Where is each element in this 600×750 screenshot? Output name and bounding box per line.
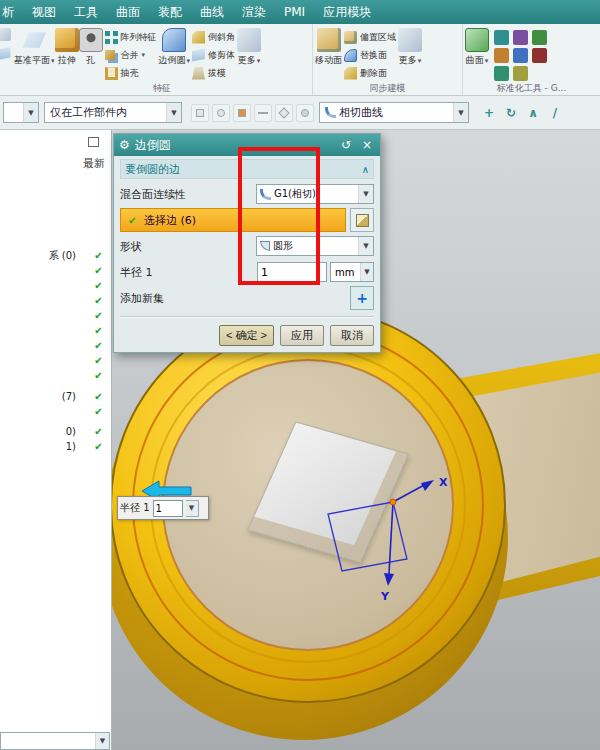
ok-button[interactable]: < 确定 > bbox=[219, 325, 274, 346]
navigator-row[interactable]: ✔ bbox=[0, 293, 111, 308]
menu-item-view[interactable]: 视图 bbox=[23, 0, 65, 24]
gc-toolbox-icon[interactable] bbox=[532, 30, 547, 45]
trim-body-button[interactable]: 修剪体 bbox=[190, 46, 237, 64]
navigator-column-header[interactable]: 最新 bbox=[83, 156, 105, 171]
unit-select[interactable]: mm ▼ bbox=[330, 262, 374, 282]
check-icon[interactable]: ✔ bbox=[92, 295, 105, 306]
check-icon[interactable]: ✔ bbox=[92, 370, 105, 381]
clipped-tool-icon[interactable] bbox=[0, 28, 11, 41]
replace-face-button[interactable]: 替换面 bbox=[342, 46, 398, 64]
clipped-tool-icon[interactable] bbox=[0, 47, 11, 60]
snap-icon[interactable] bbox=[191, 104, 209, 122]
hole-button[interactable]: 孔 bbox=[79, 25, 103, 67]
navigator-row[interactable]: ✔ bbox=[0, 278, 111, 293]
circular-shape-icon bbox=[260, 241, 270, 251]
navigator-row[interactable]: 0)✔ bbox=[0, 424, 111, 439]
curve-slash-icon[interactable]: / bbox=[546, 104, 564, 122]
navigator-row[interactable]: (7)✔ bbox=[0, 389, 111, 404]
navigator-row[interactable]: 系 (0)✔ bbox=[0, 248, 111, 263]
selection-scope-combo[interactable]: 仅在工作部件内 ▼ bbox=[44, 102, 182, 123]
chamfer-button[interactable]: 倒斜角 bbox=[190, 28, 237, 46]
navigator-row[interactable]: ✔ bbox=[0, 323, 111, 338]
gc-toolbox-icon[interactable] bbox=[494, 48, 509, 63]
add-new-set-button[interactable]: + bbox=[350, 286, 374, 310]
navigator-row[interactable]: ✔ bbox=[0, 338, 111, 353]
dialog-body: 要倒圆的边 ∧ 混合面连续性 G1(相切) ▼ ✔ 选择边 (6) bbox=[114, 156, 380, 352]
radius-input[interactable] bbox=[257, 262, 327, 282]
check-icon[interactable]: ✔ bbox=[92, 391, 105, 402]
snap-icon[interactable] bbox=[275, 104, 293, 122]
menu-item-analysis[interactable]: 析 bbox=[0, 0, 23, 24]
surface-button[interactable]: 曲面▾ bbox=[465, 25, 489, 67]
solid-face-selector-button[interactable] bbox=[350, 208, 374, 232]
pattern-feature-button[interactable]: 阵列特征 bbox=[103, 28, 159, 46]
check-icon[interactable]: ✔ bbox=[92, 265, 105, 276]
snap-icon[interactable] bbox=[296, 104, 314, 122]
check-icon[interactable]: ✔ bbox=[92, 310, 105, 321]
check-icon[interactable]: ✔ bbox=[92, 280, 105, 291]
float-panel-icon[interactable] bbox=[88, 137, 99, 147]
offset-region-button[interactable]: 偏置区域 bbox=[342, 28, 398, 46]
move-face-button[interactable]: 移动面 bbox=[315, 25, 342, 67]
menu-item-pmi[interactable]: PMI bbox=[275, 0, 314, 24]
add-path-icon[interactable]: + bbox=[480, 104, 498, 122]
reset-button[interactable]: ↺ bbox=[338, 138, 354, 152]
cancel-button[interactable]: 取消 bbox=[330, 325, 374, 346]
menu-item-render[interactable]: 渲染 bbox=[233, 0, 275, 24]
shape-select[interactable]: 圆形 ▼ bbox=[256, 236, 374, 256]
gc-toolbox-icon[interactable] bbox=[513, 48, 528, 63]
apply-button[interactable]: 应用 bbox=[280, 325, 324, 346]
snap-icon[interactable] bbox=[233, 104, 251, 122]
curve-rule-combo[interactable]: 相切曲线 ▼ bbox=[319, 102, 469, 123]
more-features-button[interactable]: 更多▾ bbox=[237, 25, 261, 67]
draft-button[interactable]: 拔模 bbox=[190, 64, 237, 82]
check-icon[interactable]: ✔ bbox=[92, 426, 105, 437]
type-filter-combo[interactable]: ▼ bbox=[3, 102, 39, 123]
snap-icon[interactable] bbox=[254, 104, 272, 122]
menu-item-application[interactable]: 应用模块 bbox=[314, 0, 380, 24]
check-icon[interactable]: ✔ bbox=[92, 406, 105, 417]
radius-row: 半径 1 mm ▼ bbox=[120, 261, 374, 283]
navigator-row[interactable]: ✔ bbox=[0, 263, 111, 278]
extrude-button[interactable]: 拉伸 bbox=[55, 25, 79, 67]
snap-icon[interactable] bbox=[212, 104, 230, 122]
shell-icon bbox=[105, 67, 118, 80]
menu-item-assemblies[interactable]: 装配 bbox=[149, 0, 191, 24]
dialog-title-bar[interactable]: ⚙ 边倒圆 ↺ × bbox=[114, 134, 380, 156]
more-synchronous-button[interactable]: 更多▾ bbox=[398, 25, 422, 67]
navigator-row[interactable]: ✔ bbox=[0, 308, 111, 323]
delete-face-button[interactable]: 删除面 bbox=[342, 64, 398, 82]
more-label: 更多 bbox=[238, 54, 256, 67]
edge-blend-button[interactable]: 边倒圆▾ bbox=[159, 25, 191, 67]
close-button[interactable]: × bbox=[359, 138, 375, 152]
menu-item-curve[interactable]: 曲线 bbox=[191, 0, 233, 24]
menu-item-surface[interactable]: 曲面 bbox=[107, 0, 149, 24]
shell-button[interactable]: 抽壳 bbox=[103, 64, 159, 82]
navigator-row[interactable]: ✔ bbox=[0, 368, 111, 383]
edges-section-header[interactable]: 要倒圆的边 ∧ bbox=[120, 159, 374, 179]
gc-toolbox-icon[interactable] bbox=[494, 66, 509, 81]
check-icon[interactable]: ✔ bbox=[92, 441, 105, 452]
collapse-icon[interactable]: ∧ bbox=[362, 164, 369, 175]
unite-button[interactable]: 合并 ▾ bbox=[103, 46, 159, 64]
refresh-path-icon[interactable]: ↻ bbox=[502, 104, 520, 122]
gc-toolbox-icon[interactable] bbox=[513, 66, 528, 81]
select-edge-row[interactable]: ✔ 选择边 (6) bbox=[120, 208, 346, 232]
navigator-bottom-combo[interactable]: ▼ bbox=[0, 732, 110, 750]
stop-path-icon[interactable]: ∧ bbox=[524, 104, 542, 122]
datum-plane-button[interactable]: 基准平面▾ bbox=[14, 25, 55, 67]
check-icon[interactable]: ✔ bbox=[92, 355, 105, 366]
check-icon[interactable]: ✔ bbox=[92, 250, 105, 261]
menu-item-tools[interactable]: 工具 bbox=[65, 0, 107, 24]
navigator-row[interactable]: ✔ bbox=[0, 353, 111, 368]
chevron-down-icon[interactable]: ▼ bbox=[186, 500, 199, 517]
navigator-row[interactable]: 1)✔ bbox=[0, 439, 111, 454]
continuity-select[interactable]: G1(相切) ▼ bbox=[256, 184, 374, 204]
check-icon[interactable]: ✔ bbox=[92, 325, 105, 336]
check-icon[interactable]: ✔ bbox=[92, 340, 105, 351]
gc-toolbox-icon[interactable] bbox=[532, 48, 547, 63]
gc-toolbox-icon[interactable] bbox=[513, 30, 528, 45]
gc-toolbox-icon[interactable] bbox=[494, 30, 509, 45]
navigator-row[interactable]: ✔ bbox=[0, 404, 111, 419]
onscreen-radius-input[interactable] bbox=[153, 500, 183, 517]
